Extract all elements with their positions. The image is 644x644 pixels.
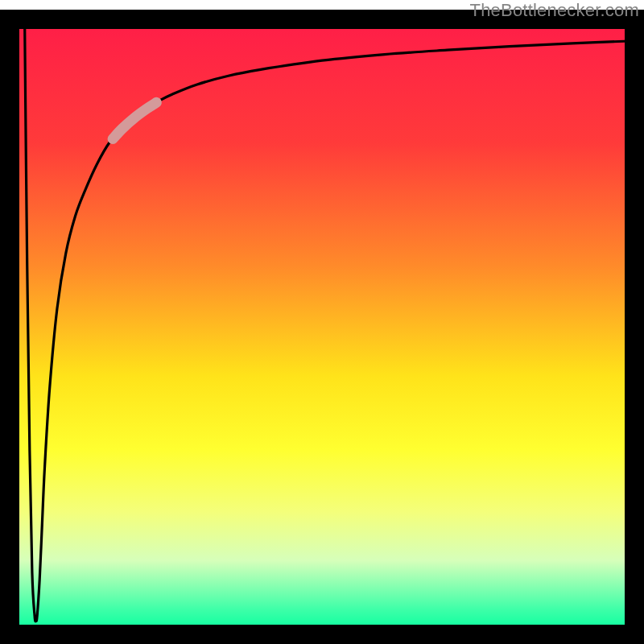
bottleneck-chart: [0, 0, 644, 644]
plot-background: [10, 19, 634, 634]
attribution-text: TheBottlenecker.com: [470, 0, 639, 21]
chart-container: TheBottlenecker.com: [0, 0, 644, 644]
